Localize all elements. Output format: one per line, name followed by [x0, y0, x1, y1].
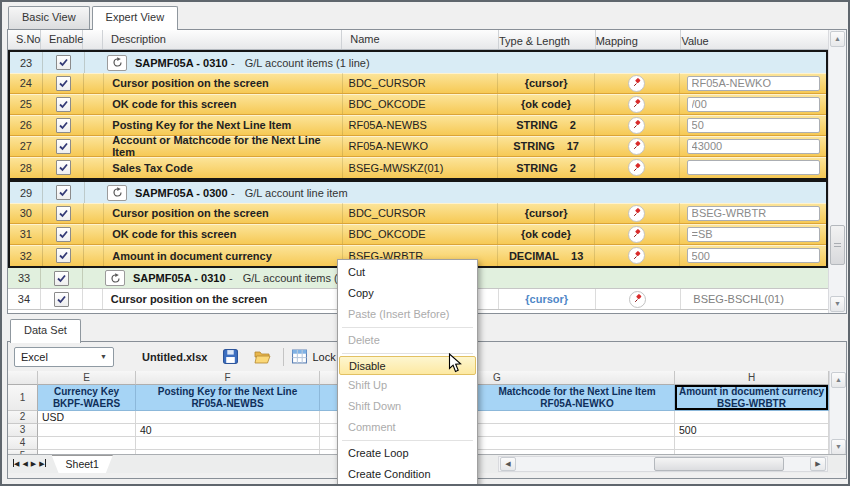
grid-corner[interactable]	[8, 371, 38, 385]
row-header-2[interactable]: 2	[8, 411, 38, 424]
grid-vertical-scrollbar[interactable]: ▲ ▼	[829, 371, 846, 456]
row-header-4[interactable]: 4	[8, 437, 38, 450]
enable-checkbox[interactable]	[54, 292, 69, 307]
value-input[interactable]	[687, 76, 820, 91]
column-header-type-length[interactable]: Type & Length	[499, 30, 596, 49]
value-input[interactable]	[687, 97, 820, 112]
tab-data-set[interactable]: Data Set	[10, 319, 81, 343]
mapping-cell[interactable]	[595, 224, 680, 244]
enable-checkbox[interactable]	[56, 185, 71, 200]
sheet-tab-sheet1[interactable]: Sheet1	[52, 455, 113, 473]
enable-checkbox[interactable]	[56, 227, 71, 242]
cell-h3[interactable]: 500	[675, 424, 829, 437]
menu-item-copy[interactable]: Copy	[339, 283, 476, 304]
prev-sheet-button[interactable]: ◀	[22, 456, 27, 472]
scroll-right-button[interactable]: ▶	[810, 457, 826, 471]
cell-h4[interactable]	[675, 437, 829, 450]
column-letter-h[interactable]: H	[675, 371, 829, 385]
cell-f3[interactable]: 40	[136, 424, 320, 437]
tab-expert-view[interactable]: Expert View	[92, 6, 179, 30]
value-input[interactable]	[687, 248, 820, 263]
source-type-dropdown[interactable]: Excel ▼	[14, 347, 114, 367]
mapping-cell[interactable]	[595, 203, 680, 223]
table-row-26[interactable]: 26 Posting Key for the Next Line Item RF…	[10, 115, 826, 136]
column-header-value[interactable]: Value	[681, 30, 828, 49]
enable-checkbox[interactable]	[56, 55, 71, 70]
column-header-mapping[interactable]: Mapping	[596, 30, 682, 49]
cell-f2[interactable]	[136, 411, 320, 424]
table-row-31[interactable]: 31 OK code for this screen BDC_OKCODE {o…	[10, 224, 826, 245]
grid-scroll-up-button[interactable]: ▲	[831, 372, 846, 388]
enable-cell	[43, 203, 85, 223]
grid-scroll-down-button[interactable]: ▼	[831, 439, 846, 455]
mapping-pin-icon	[628, 226, 645, 243]
enable-checkbox[interactable]	[56, 139, 71, 154]
cell-f4[interactable]	[136, 437, 320, 450]
enable-checkbox[interactable]	[56, 97, 71, 112]
enable-checkbox[interactable]	[56, 76, 71, 91]
table-vertical-scrollbar[interactable]: ▲ ▼	[828, 30, 846, 313]
mapping-cell[interactable]	[595, 115, 680, 135]
enable-checkbox[interactable]	[54, 271, 69, 286]
hscrollbar-thumb[interactable]	[654, 457, 784, 471]
screen-row-content: SAPMF05A - 0300 - G/L account line item	[85, 182, 826, 203]
grid-horizontal-scrollbar[interactable]: ◀ ▶	[498, 456, 828, 472]
scrollbar-thumb[interactable]	[830, 225, 845, 265]
next-sheet-button[interactable]: ▶	[31, 456, 36, 472]
table-row-27[interactable]: 27 Account or Matchcode for the Next Lin…	[10, 136, 826, 157]
menu-item-create-loop[interactable]: Create Loop	[339, 443, 476, 464]
value-input[interactable]	[687, 206, 820, 221]
menu-item-create-condition[interactable]: Create Condition	[339, 464, 476, 485]
tab-basic-view[interactable]: Basic View	[8, 6, 90, 29]
cell-h2[interactable]	[675, 411, 829, 424]
cell-e4[interactable]	[38, 437, 136, 450]
cell-e2[interactable]: USD	[38, 411, 136, 424]
table-row-28[interactable]: 28 Sales Tax Code BSEG-MWSKZ(01) STRING2	[10, 157, 826, 178]
field-technical-name: BSEG-MWSKZ(01)	[343, 157, 499, 178]
header-cell-h1-selected[interactable]: Amount in document currencyBSEG-WRBTR	[675, 385, 829, 411]
enable-checkbox[interactable]	[56, 248, 71, 263]
mapping-cell[interactable]	[595, 73, 680, 93]
enable-cell	[43, 52, 85, 73]
screen-dash: -	[229, 272, 233, 284]
mapping-cell[interactable]	[595, 94, 680, 114]
table-row-screen-29[interactable]: 29 SAPMF05A - 0300 - G/L account line it…	[10, 182, 826, 203]
column-letter-f[interactable]: F	[136, 371, 320, 385]
header-cell-e1[interactable]: Currency KeyBKPF-WAERS	[38, 385, 136, 411]
enable-cell	[43, 224, 85, 244]
value-input[interactable]	[687, 118, 820, 133]
open-file-button[interactable]	[254, 350, 271, 364]
mapping-cell[interactable]	[595, 136, 680, 156]
scroll-up-button[interactable]: ▲	[830, 31, 845, 47]
value-input[interactable]	[687, 139, 820, 154]
row-header-3[interactable]: 3	[8, 424, 38, 437]
scroll-left-button[interactable]: ◀	[500, 457, 516, 471]
column-header-sno[interactable]: S.No	[8, 30, 41, 49]
mapping-cell[interactable]	[595, 157, 680, 178]
row-header-1[interactable]: 1	[8, 385, 38, 411]
value-input[interactable]	[687, 160, 820, 175]
last-sheet-button[interactable]: ▶	[39, 456, 45, 472]
value-input[interactable]	[687, 227, 820, 242]
row-number: 24	[10, 73, 43, 93]
enable-cell	[43, 94, 85, 114]
enable-checkbox[interactable]	[56, 206, 71, 221]
table-row-30[interactable]: 30 Cursor position on the screen BDC_CUR…	[10, 203, 826, 224]
column-header-description[interactable]: Description	[103, 30, 342, 49]
mapping-cell[interactable]	[595, 245, 680, 266]
column-letter-e[interactable]: E	[38, 371, 136, 385]
mapping-cell[interactable]	[596, 289, 682, 309]
column-header-enable[interactable]: Enable	[41, 30, 83, 49]
save-button[interactable]	[223, 349, 238, 364]
header-cell-f1[interactable]: Posting Key for the Next LineRF05A-NEWBS	[136, 385, 320, 411]
table-row-screen-23[interactable]: 23 SAPMF05A - 0310 - G/L account items (…	[10, 52, 826, 73]
table-row-25[interactable]: 25 OK code for this screen BDC_OKCODE {o…	[10, 94, 826, 115]
column-header-name[interactable]: Name	[342, 30, 499, 49]
enable-checkbox[interactable]	[56, 160, 71, 175]
first-sheet-button[interactable]: ◀	[13, 456, 19, 472]
cell-e3[interactable]	[38, 424, 136, 437]
menu-item-cut[interactable]: Cut	[339, 262, 476, 283]
table-row-24[interactable]: 24 Cursor position on the screen BDC_CUR…	[10, 73, 826, 94]
scroll-down-button[interactable]: ▼	[830, 296, 845, 312]
enable-checkbox[interactable]	[56, 118, 71, 133]
